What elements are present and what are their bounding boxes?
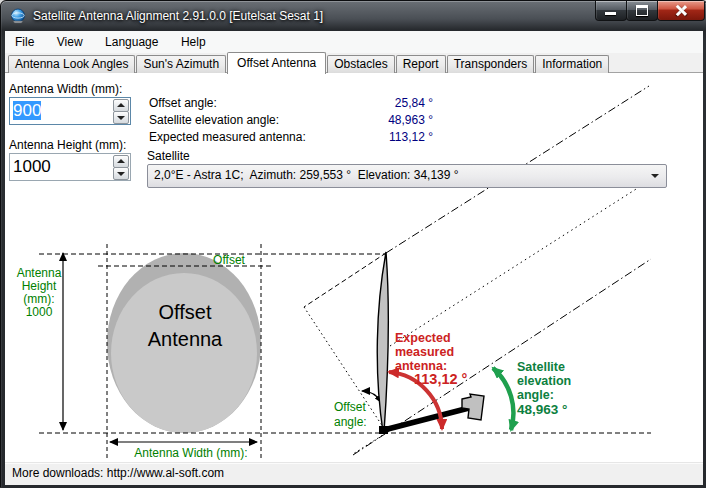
antenna-width-value: 900: [13, 99, 41, 123]
window-title: Satellite Antenna Alignment 2.91.0.0 [Eu…: [33, 9, 323, 23]
chevron-down-icon: [651, 174, 659, 178]
tab-antenna-look-angles[interactable]: Antenna Look Angles: [8, 55, 135, 73]
menu-help[interactable]: Help: [172, 31, 215, 53]
offset-angle-result-value: 25,84 °: [341, 96, 433, 110]
elevation-result-label: Satellite elevation angle:: [149, 113, 279, 127]
app-window: Satellite Antenna Alignment 2.91.0.0 [Eu…: [0, 0, 706, 488]
antenna-height-label: Antenna Height (mm):: [9, 138, 126, 152]
status-bar: More downloads: http://www.al-soft.com: [5, 462, 703, 485]
close-icon: [675, 5, 687, 16]
antenna-width-input[interactable]: 900: [9, 97, 131, 125]
menu-bar: File View Language Help: [5, 31, 703, 54]
expected-result-value: 113,12 °: [341, 130, 433, 144]
tab-offset-antenna[interactable]: Offset Antenna: [227, 52, 326, 74]
maximize-icon: [636, 5, 648, 16]
antenna-height-spin-down[interactable]: [113, 167, 129, 180]
tab-obstacles[interactable]: Obstacles: [327, 55, 394, 73]
offset-angle-result-label: Offset angle:: [149, 96, 217, 110]
tab-information[interactable]: Information: [535, 55, 609, 73]
antenna-width-label: Antenna Width (mm):: [9, 82, 122, 96]
tab-suns-azimuth[interactable]: Sun's Azimuth: [136, 55, 226, 73]
menu-view[interactable]: View: [48, 31, 92, 53]
close-button[interactable]: [657, 1, 705, 21]
satellite-dropdown-value: 2,0°E - Astra 1C; Azimuth: 259,553 ° Ele…: [154, 165, 459, 186]
antenna-height-value: 1000: [13, 155, 51, 179]
antenna-height-input[interactable]: 1000: [9, 153, 131, 181]
expected-result-label: Expected measured antenna:: [149, 130, 306, 144]
minimize-button[interactable]: [595, 1, 627, 21]
maximize-button[interactable]: [626, 1, 658, 21]
title-bar[interactable]: Satellite Antenna Alignment 2.91.0.0 [Eu…: [1, 1, 706, 31]
tab-report[interactable]: Report: [396, 55, 446, 73]
menu-language[interactable]: Language: [96, 31, 167, 53]
satellite-label: Satellite: [147, 149, 190, 163]
antenna-width-spin-down[interactable]: [113, 111, 129, 124]
menu-file[interactable]: File: [6, 31, 43, 53]
tab-transponders[interactable]: Transponders: [447, 55, 535, 73]
status-text: More downloads: http://www.al-soft.com: [12, 463, 224, 484]
elevation-result-value: 48,963 °: [341, 113, 433, 127]
app-icon: [10, 8, 26, 24]
satellite-dropdown[interactable]: 2,0°E - Astra 1C; Azimuth: 259,553 ° Ele…: [147, 164, 667, 188]
minimize-icon: [605, 12, 616, 15]
